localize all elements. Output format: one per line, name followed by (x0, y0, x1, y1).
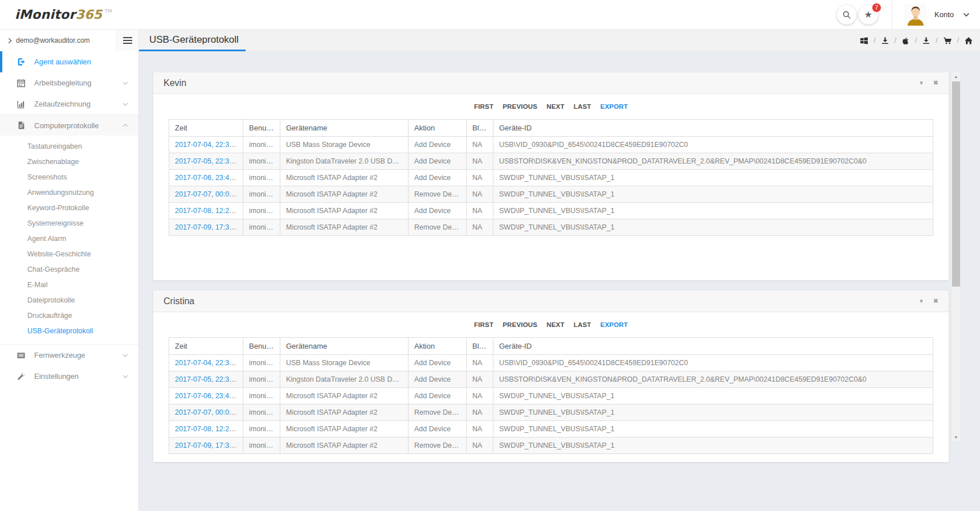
cell-zeit: 2017-07-09, 17:31:27 (169, 219, 243, 236)
cell-benutzer: imonitor (243, 186, 280, 203)
log-time-link[interactable]: 2017-07-07, 00:04:46 (175, 190, 243, 198)
toolbar: demo@workauditor.com USB-Geräteprotokoll… (0, 30, 980, 51)
sidebar-item-email[interactable]: E-Mail (0, 277, 138, 292)
panel-body: FIRST PREVIOUS NEXT LAST EXPORT (153, 312, 949, 462)
sidebar: Agent auswählen Arbeitsbegleitung Zeitau… (0, 51, 139, 511)
log-time-link[interactable]: 2017-07-09, 17:31:27 (175, 441, 243, 449)
log-time-link[interactable]: 2017-07-07, 00:04:46 (175, 408, 243, 416)
apple-icon[interactable] (901, 36, 910, 45)
collapse-icon[interactable]: ▾ (920, 80, 923, 86)
sidebar-item-systemereignisse[interactable]: Systemereignisse (0, 215, 138, 231)
cell-block: NA (467, 355, 493, 371)
usb-log-table: Zeit Benutzer Gerätename Aktion Block Ge… (169, 337, 933, 454)
export-button[interactable]: EXPORT (601, 321, 628, 328)
sidebar-item-anwendungsnutzung[interactable]: Anwendungsnutzung (0, 185, 138, 200)
sidebar-item-arbeitsbegleitung[interactable]: Arbeitsbegleitung (0, 72, 138, 93)
sidebar-item-label: Arbeitsbegleitung (34, 79, 91, 87)
sidebar-toggle-button[interactable] (116, 30, 139, 51)
sidebar-item-keyword-protokolle[interactable]: Keyword-Protokolle (0, 200, 138, 215)
download-icon[interactable] (881, 36, 889, 45)
cell-geraete_id: SWD\IP_TUNNEL_VBUS\ISATAP_1 (493, 219, 933, 236)
panel-title: Kevin (164, 78, 186, 88)
pagination-next[interactable]: NEXT (546, 103, 564, 110)
pagination-first[interactable]: FIRST (474, 321, 493, 328)
cell-block: NA (467, 404, 493, 421)
home-icon[interactable] (964, 36, 973, 45)
separator: / (936, 36, 937, 44)
column-header-block: Block (467, 120, 493, 137)
sidebar-item-fernwerkzeuge[interactable]: Fernwerkzeuge (0, 345, 138, 366)
log-time-link[interactable]: 2017-07-06, 23:48:37 (175, 174, 243, 182)
table-row: 2017-07-05, 22:39:18imonitorKingston Dat… (169, 153, 933, 170)
cell-benutzer: imonitor (243, 170, 280, 186)
sidebar-item-chat-gespraeche[interactable]: Chat-Gespräche (0, 261, 138, 277)
hamburger-icon (123, 37, 132, 44)
log-time-link[interactable]: 2017-07-08, 12:28:49 (175, 207, 243, 215)
column-header-zeit: Zeit (169, 120, 243, 137)
download-icon[interactable] (922, 36, 930, 45)
panel-body: FIRST PREVIOUS NEXT LAST EXPORT (153, 94, 949, 280)
top-bar: iMonitor365 TM ★ 7 (0, 0, 980, 30)
cell-geraetename: Microsoft ISATAP Adapter #2 (280, 219, 409, 236)
pagination-first[interactable]: FIRST (474, 103, 493, 110)
log-time-link[interactable]: 2017-07-06, 23:48:37 (175, 392, 243, 400)
account-menu-label[interactable]: Konto (934, 10, 954, 19)
table-row: 2017-07-09, 17:31:27imonitorMicrosoft IS… (169, 438, 933, 454)
pagination-last[interactable]: LAST (574, 103, 591, 110)
agent-select-icon (16, 57, 26, 67)
cell-aktion: Add Device (409, 137, 467, 153)
cell-block: NA (467, 153, 493, 170)
cart-icon[interactable] (943, 36, 952, 45)
cell-aktion: Add Device (409, 388, 467, 404)
scrollbar-thumb[interactable] (952, 81, 960, 287)
sidebar-item-computerprotokolle[interactable]: Computerprotokolle (0, 115, 138, 136)
vertical-scrollbar[interactable]: ▲ ▼ (952, 72, 960, 441)
sidebar-item-tastatureingaben[interactable]: Tastatureingaben (0, 138, 138, 154)
sidebar-item-zwischenablage[interactable]: Zwischenablage (0, 154, 138, 169)
chevron-down-icon (122, 81, 128, 85)
sidebar-item-einstellungen[interactable]: Einstellungen (0, 366, 138, 387)
pagination-previous[interactable]: PREVIOUS (503, 103, 537, 110)
export-button[interactable]: EXPORT (601, 103, 628, 110)
column-header-block: Block (467, 338, 493, 355)
pagination-last[interactable]: LAST (574, 321, 591, 328)
pagination-previous[interactable]: PREVIOUS (503, 321, 537, 328)
sidebar-item-agent-auswaehlen[interactable]: Agent auswählen (0, 51, 138, 72)
cell-benutzer: imonitor (243, 438, 280, 454)
sidebar-item-screenshots[interactable]: Screenshots (0, 169, 138, 185)
breadcrumb[interactable]: demo@workauditor.com (0, 30, 116, 51)
close-icon[interactable]: ✖ (933, 298, 938, 304)
sidebar-item-website-geschichte[interactable]: Website-Geschichte (0, 246, 138, 261)
avatar[interactable] (905, 4, 926, 26)
document-icon (16, 121, 26, 130)
sidebar-item-label: Einstellungen (34, 372, 79, 381)
sidebar-item-dateiprotokolle[interactable]: Dateiprotokolle (0, 292, 138, 308)
log-time-link[interactable]: 2017-07-05, 22:39:18 (175, 157, 243, 165)
log-time-link[interactable]: 2017-07-09, 17:31:27 (175, 223, 243, 231)
search-button[interactable] (837, 5, 856, 24)
sidebar-item-agent-alarm[interactable]: Agent Alarm (0, 231, 138, 246)
scroll-down-arrow[interactable]: ▼ (952, 433, 960, 441)
collapse-icon[interactable]: ▾ (920, 298, 923, 304)
log-time-link[interactable]: 2017-07-05, 22:39:18 (175, 375, 243, 383)
cell-geraetename: Microsoft ISATAP Adapter #2 (280, 170, 409, 186)
chevron-up-icon (122, 124, 128, 127)
pagination-next[interactable]: NEXT (546, 321, 564, 328)
log-time-link[interactable]: 2017-07-04, 22:39:18 (175, 359, 243, 367)
remote-tools-icon (16, 351, 26, 360)
topbar-actions: ★ 7 Konto (835, 0, 980, 29)
favorites-button[interactable]: ★ 7 (859, 5, 878, 24)
cell-geraetename: Microsoft ISATAP Adapter #2 (280, 421, 409, 438)
windows-icon[interactable] (860, 36, 868, 45)
table-row: 2017-07-08, 12:28:49imonitorMicrosoft IS… (169, 421, 933, 438)
log-time-link[interactable]: 2017-07-08, 12:28:49 (175, 425, 243, 433)
chevron-down-icon (122, 354, 128, 357)
sidebar-item-zeitaufzeichnung[interactable]: Zeitaufzeichnung (0, 93, 138, 115)
chevron-down-icon[interactable] (963, 13, 970, 17)
log-time-link[interactable]: 2017-07-04, 22:39:18 (175, 141, 243, 149)
close-icon[interactable]: ✖ (933, 80, 938, 86)
scroll-up-arrow[interactable]: ▲ (952, 72, 960, 80)
sidebar-item-druckauftraege[interactable]: Druckaufträge (0, 308, 138, 323)
sidebar-item-usb-geraeteprotokoll[interactable]: USB-Geräteprotokoll (0, 323, 138, 338)
column-header-geraete-id: Geräte-ID (493, 120, 933, 137)
